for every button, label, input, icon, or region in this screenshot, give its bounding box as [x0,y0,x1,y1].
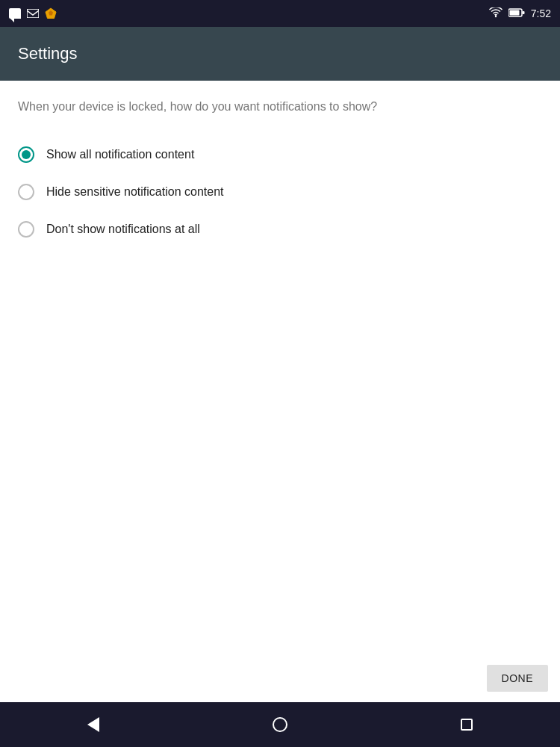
bottom-bar: DONE [0,654,560,702]
gmail-icon [27,9,39,18]
status-icons-left [9,7,57,19]
option-show-all-label: Show all notification content [46,148,194,161]
option-dont-show-label: Don't show notifications at all [46,223,200,236]
svg-point-3 [495,15,497,16]
radio-hide-sensitive[interactable] [18,184,34,200]
question-text: When your device is locked, how do you w… [18,99,542,115]
main-content: When your device is locked, how do you w… [0,81,560,654]
option-show-all[interactable]: Show all notification content [18,136,542,173]
status-bar: 7:52 [0,0,560,27]
home-button[interactable] [264,708,296,741]
option-hide-sensitive[interactable]: Hide sensitive notification content [18,173,542,211]
status-icons-right: 7:52 [489,7,551,20]
toolbar: Settings [0,27,560,81]
svg-rect-5 [509,10,519,15]
chat-icon [9,8,21,19]
battery-icon [508,8,525,19]
back-button[interactable] [77,708,110,741]
page-title: Settings [18,44,78,63]
recent-button[interactable] [450,708,483,741]
sketch-icon [45,7,57,19]
option-dont-show[interactable]: Don't show notifications at all [18,211,542,248]
wifi-icon [489,7,503,20]
option-hide-sensitive-label: Hide sensitive notification content [46,185,223,199]
done-button[interactable]: DONE [487,665,548,692]
navigation-bar [0,702,560,747]
time-display: 7:52 [531,7,551,19]
notification-options: Show all notification content Hide sensi… [18,136,542,248]
svg-rect-0 [27,9,39,18]
radio-show-all[interactable] [18,146,34,163]
radio-dont-show[interactable] [18,221,34,238]
svg-rect-6 [522,11,524,14]
